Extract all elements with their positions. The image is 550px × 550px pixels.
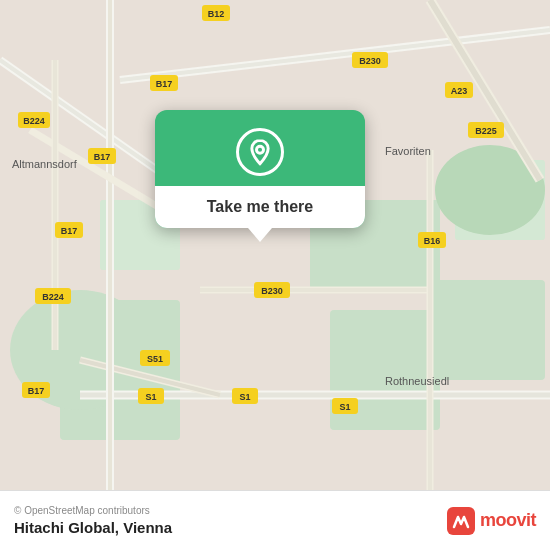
svg-text:Rothneusiedl: Rothneusiedl: [385, 375, 449, 387]
location-icon: [236, 128, 284, 176]
svg-text:Favoriten: Favoriten: [385, 145, 431, 157]
svg-text:B16: B16: [424, 236, 441, 246]
svg-rect-6: [430, 280, 545, 380]
place-name: Hitachi Global, Vienna: [14, 519, 172, 536]
take-me-there-button[interactable]: Take me there: [155, 186, 365, 228]
popup-tail: [248, 228, 272, 242]
svg-text:B230: B230: [359, 56, 381, 66]
moovit-logo[interactable]: moovit: [447, 507, 536, 535]
svg-point-63: [257, 146, 264, 153]
svg-text:B17: B17: [61, 226, 78, 236]
svg-text:Altmannsdorf: Altmannsdorf: [12, 158, 78, 170]
svg-text:S1: S1: [239, 392, 250, 402]
svg-text:B17: B17: [94, 152, 111, 162]
svg-text:S1: S1: [145, 392, 156, 402]
map-container: B224 B12 B230 A23 B225 B17 B17 B17 B17 B…: [0, 0, 550, 490]
svg-text:B17: B17: [156, 79, 173, 89]
svg-text:A23: A23: [451, 86, 468, 96]
map-background: B224 B12 B230 A23 B225 B17 B17 B17 B17 B…: [0, 0, 550, 490]
popup-icon-area: [155, 110, 365, 186]
svg-text:B12: B12: [208, 9, 225, 19]
moovit-text: moovit: [480, 510, 536, 531]
moovit-icon: [447, 507, 475, 535]
svg-text:S1: S1: [339, 402, 350, 412]
bottom-bar: © OpenStreetMap contributors Hitachi Glo…: [0, 490, 550, 550]
svg-text:B224: B224: [23, 116, 45, 126]
popup-card: Take me there: [155, 110, 365, 228]
svg-text:B230: B230: [261, 286, 283, 296]
copyright-text: © OpenStreetMap contributors: [14, 505, 172, 516]
location-info: © OpenStreetMap contributors Hitachi Glo…: [14, 505, 172, 536]
svg-text:B224: B224: [42, 292, 64, 302]
svg-text:B225: B225: [475, 126, 497, 136]
svg-text:S51: S51: [147, 354, 163, 364]
svg-text:B17: B17: [28, 386, 45, 396]
